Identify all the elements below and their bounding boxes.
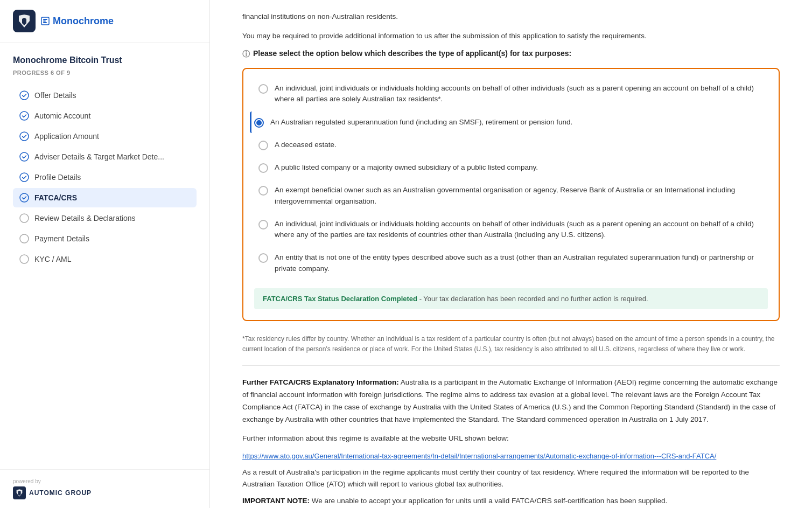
svg-point-11: [20, 234, 29, 243]
svg-point-8: [20, 173, 29, 182]
sidebar-item-7[interactable]: Payment Details: [13, 229, 197, 248]
circle-icon: [19, 234, 29, 243]
radio-option-3[interactable]: A public listed company or a majority ow…: [254, 157, 768, 178]
radio-option-6[interactable]: An entity that is not one of the entity …: [254, 247, 768, 280]
radio-circle: [258, 141, 268, 150]
svg-rect-1: [43, 19, 47, 20]
svg-point-7: [20, 152, 29, 161]
radio-label: An individual, joint individuals or indi…: [275, 83, 764, 105]
svg-point-6: [20, 132, 29, 141]
nav-item-label: KYC / AML: [34, 255, 71, 263]
svg-rect-2: [43, 20, 46, 22]
success-banner: FATCA/CRS Tax Status Declaration Complet…: [254, 288, 768, 309]
sidebar-item-3[interactable]: Adviser Details & Target Market Dete...: [13, 147, 197, 166]
nav-item-label: FATCA/CRS: [34, 193, 77, 202]
radio-option-1[interactable]: An Australian regulated superannuation f…: [250, 112, 768, 133]
section-question: ⓘ Please select the option below which d…: [242, 49, 780, 59]
svg-rect-3: [43, 22, 47, 23]
nav-item-label: Application Amount: [34, 132, 99, 141]
nav-list: Offer DetailsAutomic AccountApplication …: [13, 86, 197, 269]
help-icon: ⓘ: [242, 50, 250, 59]
radio-circle: [258, 186, 268, 196]
radio-label: An individual, joint individuals or indi…: [275, 219, 764, 241]
success-title: FATCA/CRS Tax Status Declaration Complet…: [263, 295, 417, 303]
radio-circle: [258, 84, 268, 94]
check-icon: [19, 111, 29, 121]
success-text: - Your tax declaration has been recorded…: [419, 295, 648, 303]
intro-text-1: financial institutions on non-Australian…: [242, 11, 780, 23]
sidebar-item-1[interactable]: Automic Account: [13, 106, 197, 126]
nav-item-label: Profile Details: [34, 173, 81, 182]
sidebar-item-0[interactable]: Offer Details: [13, 86, 197, 105]
sidebar-content: Monochrome Bitcoin Trust PROGRESS 6 OF 9…: [0, 43, 209, 469]
radio-label: An entity that is not one of the entity …: [275, 252, 764, 274]
sidebar-item-6[interactable]: Review Details & Declarations: [13, 208, 197, 228]
circle-icon: [19, 254, 29, 264]
options-card: An individual, joint individuals or indi…: [242, 68, 780, 321]
svg-point-5: [20, 112, 29, 120]
divider: [242, 365, 780, 366]
nav-item-label: Automic Account: [34, 112, 90, 120]
check-icon: [19, 152, 29, 162]
sidebar-item-5[interactable]: FATCA/CRS: [13, 188, 197, 207]
radio-label: An Australian regulated superannuation f…: [270, 117, 572, 128]
radio-circle: [254, 118, 264, 128]
svg-point-12: [20, 255, 29, 263]
svg-point-4: [20, 91, 29, 100]
svg-point-9: [20, 193, 29, 202]
check-icon: [19, 91, 29, 100]
circle-icon: [19, 213, 29, 223]
intro-text-2: You may be required to provide additiona…: [242, 30, 780, 42]
further-info: Further FATCA/CRS Explanatory Informatio…: [242, 377, 780, 426]
radio-label: An exempt beneficial owner such as an Au…: [275, 185, 764, 207]
nav-item-label: Adviser Details & Target Market Dete...: [34, 152, 164, 161]
automic-logo: AUTOMIC GROUP: [13, 486, 197, 499]
check-icon: [19, 172, 29, 182]
radio-circle: [258, 253, 268, 263]
important-note: IMPORTANT NOTE: We are unable to accept …: [242, 495, 780, 507]
sidebar-item-2[interactable]: Application Amount: [13, 127, 197, 146]
nav-item-label: Review Details & Declarations: [34, 214, 136, 222]
radio-option-2[interactable]: A deceased estate.: [254, 134, 768, 156]
further-title: Further FATCA/CRS Explanatory Informatio…: [242, 378, 399, 386]
participation-text: As a result of Australia's participation…: [242, 467, 780, 490]
automic-logo-icon: [13, 486, 26, 499]
radio-option-0[interactable]: An individual, joint individuals or indi…: [254, 78, 768, 110]
app-logo-icon: [13, 10, 36, 32]
check-icon: [19, 193, 29, 203]
ato-link[interactable]: https://www.ato.gov.au/General/Internati…: [242, 452, 716, 460]
automic-logo-text: AUTOMIC GROUP: [29, 489, 92, 497]
sidebar-footer: powered by AUTOMIC GROUP: [0, 469, 209, 508]
brand-name: Monochrome: [41, 16, 114, 27]
radio-circle: [258, 220, 268, 229]
logo-area: Monochrome: [0, 0, 209, 43]
radio-option-5[interactable]: An individual, joint individuals or indi…: [254, 213, 768, 246]
radio-option-4[interactable]: An exempt beneficial owner such as an Au…: [254, 179, 768, 212]
sidebar-item-8[interactable]: KYC / AML: [13, 249, 197, 269]
progress-label: PROGRESS 6 OF 9: [13, 69, 197, 76]
nav-item-label: Offer Details: [34, 91, 76, 100]
main-content: financial institutions on non-Australian…: [210, 0, 812, 508]
further-info-2: Further information about this regime is…: [242, 433, 780, 445]
radio-options-list: An individual, joint individuals or indi…: [254, 78, 768, 280]
sidebar: Monochrome Monochrome Bitcoin Trust PROG…: [0, 0, 210, 508]
nav-item-label: Payment Details: [34, 234, 89, 243]
sidebar-item-4[interactable]: Profile Details: [13, 168, 197, 187]
radio-label: A deceased estate.: [275, 140, 337, 150]
sidebar-title: Monochrome Bitcoin Trust: [13, 55, 197, 65]
svg-point-10: [20, 214, 29, 222]
radio-circle: [258, 163, 268, 173]
radio-label: A public listed company or a majority ow…: [275, 162, 538, 173]
footnote-text: *Tax residency rules differ by country. …: [242, 334, 780, 354]
check-icon: [19, 131, 29, 141]
powered-by-label: powered by: [13, 478, 197, 484]
